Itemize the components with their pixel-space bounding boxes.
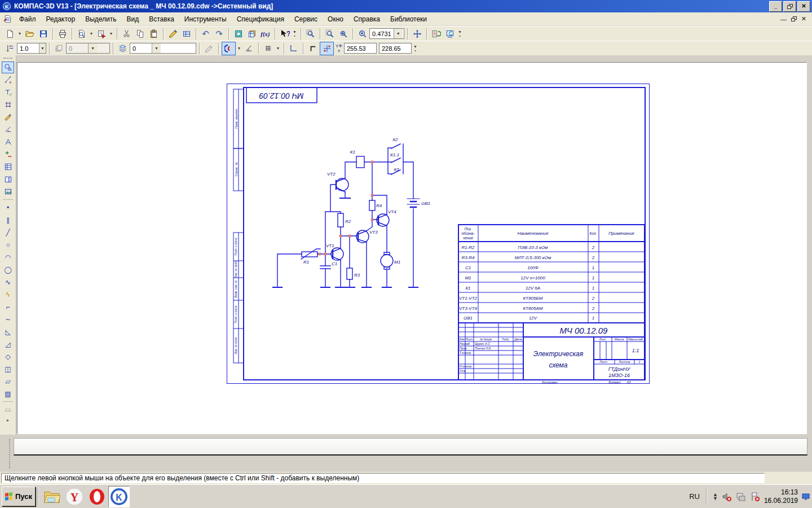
panel-insertion[interactable]	[2, 186, 14, 198]
panel-parametrization[interactable]	[2, 99, 14, 111]
preview-dropdown[interactable]: ▼	[89, 32, 94, 36]
save-button[interactable]	[37, 28, 50, 40]
panel-grip[interactable]	[3, 58, 12, 60]
document-system-icon[interactable]	[1, 13, 14, 25]
context-help-button[interactable]: ?	[278, 28, 291, 40]
tool-helper-line[interactable]: ∥	[2, 214, 14, 226]
menu-specification[interactable]: Спецификация	[232, 13, 289, 25]
tool-ellipse[interactable]: ◯	[2, 264, 14, 275]
tool-macroelement[interactable]: ϟ	[2, 288, 14, 300]
panel-selection[interactable]	[2, 148, 14, 160]
cut-button[interactable]	[120, 28, 133, 40]
property-bar[interactable]	[14, 438, 807, 456]
menu-libraries[interactable]: Библиотеки	[385, 13, 432, 25]
insert-view-button[interactable]	[95, 28, 108, 40]
specification-button[interactable]	[180, 28, 193, 40]
tool-hatch-lines[interactable]: ▱	[2, 375, 14, 387]
panel-dimensions[interactable]	[2, 74, 14, 86]
angle-snap-button[interactable]	[242, 42, 255, 55]
menu-view[interactable]: Вид	[122, 13, 144, 25]
tool-hatch[interactable]: ▨	[2, 388, 14, 400]
new-document-button[interactable]	[3, 28, 16, 40]
tool-spline[interactable]: ∿	[2, 276, 14, 288]
layer-settings-button[interactable]	[202, 42, 215, 55]
variables-button[interactable]	[232, 28, 245, 40]
panel-designations[interactable]	[2, 86, 14, 98]
panel-geometry[interactable]	[2, 62, 14, 73]
zoom-scale-dropdown[interactable]: ▼	[394, 29, 403, 38]
drawing-sheet[interactable]: МЧ 00.12.09 Перв. примен. Справ. № Подп.…	[226, 82, 653, 387]
child-close-button[interactable]: ✕	[801, 15, 806, 23]
coordinate-x-field[interactable]: 228.65	[379, 43, 412, 54]
tool-segment[interactable]: ╱	[2, 226, 14, 238]
snap-dropdown[interactable]: ▼	[236, 46, 242, 50]
fx-button[interactable]: f(x)	[259, 28, 272, 40]
menu-help[interactable]: Справка	[348, 13, 385, 25]
zoom-scale-combo[interactable]: 0.4731 ▼	[369, 28, 404, 39]
rebuild-button[interactable]	[430, 28, 443, 40]
grid-toggle[interactable]	[262, 42, 275, 55]
panel-editing[interactable]	[2, 111, 14, 123]
tool-polygon[interactable]: ◇	[2, 351, 14, 362]
menu-window[interactable]: Окно	[323, 13, 348, 25]
layer-combo[interactable]: 0 ▼	[130, 43, 196, 54]
tool-bezier[interactable]: ∼	[2, 313, 14, 325]
paste-button[interactable]	[147, 28, 160, 40]
language-indicator[interactable]: RU	[689, 492, 700, 501]
menu-insert[interactable]: Вставка	[144, 13, 179, 25]
zoom-selected-button[interactable]	[304, 28, 317, 40]
grid-dropdown[interactable]: ▼	[275, 46, 281, 50]
opera-browser-button[interactable]	[86, 487, 108, 507]
open-document-button[interactable]	[23, 28, 36, 40]
insert-view-dropdown[interactable]: ▼	[108, 32, 114, 36]
preview-button[interactable]	[75, 28, 88, 40]
tray-expand-chevron[interactable]: ▲▼	[713, 493, 718, 501]
zoom-change-button[interactable]	[337, 28, 350, 40]
panel-parametric-constraints[interactable]	[2, 124, 14, 135]
network-icon[interactable]	[736, 492, 746, 502]
show-desktop-button[interactable]	[802, 489, 810, 504]
coordinate-y-field[interactable]: 255.53	[344, 43, 377, 54]
explorer-folder-button[interactable]	[41, 487, 63, 507]
tool-point[interactable]: •	[2, 202, 14, 213]
tool-circle[interactable]: ○	[2, 239, 14, 251]
panel-specification[interactable]	[2, 161, 14, 173]
zoom-in-button[interactable]	[356, 28, 369, 40]
toolbar-overflow[interactable]: ▼▪	[457, 30, 463, 38]
tool-arc[interactable]: ◠	[2, 251, 14, 263]
cursor-step-combo[interactable]: 1.0 ▼	[17, 43, 46, 54]
snap-toggle[interactable]	[222, 42, 236, 55]
tool-offset[interactable]: ◫	[2, 363, 14, 375]
menu-service[interactable]: Сервис	[289, 13, 323, 25]
child-minimize-button[interactable]: —	[780, 16, 787, 23]
zoom-frame-button[interactable]	[323, 28, 336, 40]
toolbar-overflow[interactable]: ▼▪	[412, 45, 418, 52]
local-cs-button[interactable]	[287, 42, 300, 55]
coords-toggle[interactable]	[320, 42, 334, 55]
layer-dropdown[interactable]: ▼	[152, 43, 161, 53]
tool-polyline[interactable]: ⌐	[2, 301, 14, 313]
clock[interactable]: 16:13 16.06.2019	[764, 488, 798, 505]
panel-scroll-arrow[interactable]: ▸	[0, 418, 16, 423]
pan-button[interactable]	[411, 28, 423, 40]
muted-speaker-icon[interactable]	[722, 492, 732, 502]
restore-button[interactable]	[783, 1, 796, 12]
redo-button[interactable]: ↷	[213, 28, 226, 40]
menu-tools[interactable]: Инструменты	[179, 13, 232, 25]
copy-properties-button[interactable]	[166, 28, 179, 40]
menu-select[interactable]: Выделить	[80, 13, 121, 25]
toolbar-overflow[interactable]: ▼▪	[292, 30, 298, 38]
cursor-step-dropdown[interactable]: ▼	[39, 43, 46, 53]
child-restore-button[interactable]	[791, 16, 797, 21]
panel-reports[interactable]	[2, 173, 14, 185]
kompas-taskbar-button[interactable]: K	[108, 486, 130, 507]
start-button[interactable]: Пуск	[2, 487, 36, 506]
tool-chamfer[interactable]: ◺	[2, 326, 14, 338]
menu-editor[interactable]: Редактор	[41, 13, 81, 25]
menu-file[interactable]: Файл	[14, 13, 41, 25]
undo-button[interactable]: ↶	[199, 28, 212, 40]
panel-measurement[interactable]	[2, 136, 14, 148]
property-bar-grip[interactable]	[9, 439, 12, 468]
action-center-flag-icon[interactable]	[750, 492, 760, 502]
minimize-button[interactable]: _	[769, 1, 782, 12]
